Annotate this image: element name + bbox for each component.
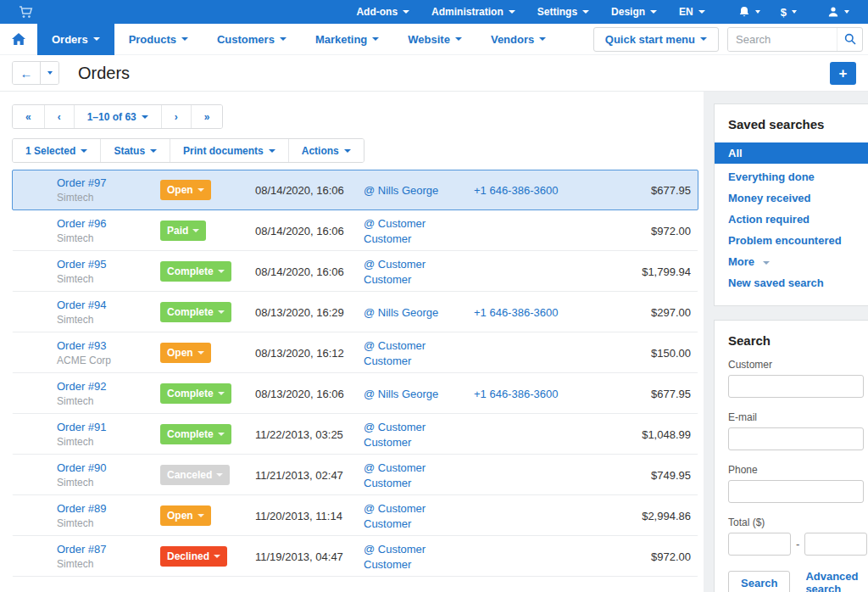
pagination-prev-button[interactable]: ‹	[44, 105, 74, 128]
status-badge[interactable]: Complete	[160, 424, 231, 444]
status-badge-label: Canceled	[167, 469, 212, 481]
phone-field[interactable]	[728, 480, 864, 503]
orders-toolbar: 1 Selected Status Print documents Action…	[12, 138, 698, 163]
actions-label: Actions	[302, 145, 339, 157]
pagination-first-button[interactable]: «	[13, 105, 44, 128]
status-badge[interactable]: Canceled	[160, 465, 230, 485]
order-phone-link[interactable]: +1 646-386-3600	[474, 306, 558, 319]
tab-customers[interactable]: Customers	[203, 24, 301, 55]
add-order-button[interactable]: +	[830, 62, 856, 85]
order-id-link[interactable]: Order #92	[57, 380, 160, 393]
menu-settings[interactable]: Settings	[526, 0, 600, 24]
order-id-link[interactable]: Order #95	[57, 258, 160, 271]
menu-language[interactable]: EN	[668, 0, 716, 24]
saved-search-action-required[interactable]: Action required	[715, 209, 868, 230]
notifications-menu[interactable]	[728, 0, 771, 24]
order-customer-link[interactable]: @ Customer Customer	[364, 339, 426, 367]
table-row[interactable]: Order #94 Simtech Complete 08/13/2020, 1…	[12, 292, 698, 332]
pagination-range-dropdown[interactable]: 1–10 of 63	[74, 105, 161, 128]
table-row[interactable]: Order #96 Simtech Paid 08/14/2020, 16:06…	[12, 210, 698, 251]
tab-vendors[interactable]: Vendors	[476, 24, 560, 55]
selected-dropdown[interactable]: 1 Selected	[13, 139, 100, 162]
table-row[interactable]: Order #97 Simtech Open 08/14/2020, 16:06…	[12, 170, 698, 210]
tab-website[interactable]: Website	[393, 24, 476, 55]
search-input[interactable]	[728, 28, 837, 51]
order-customer-link[interactable]: @ Customer Customer	[364, 421, 426, 449]
table-row[interactable]: Order #87 Simtech Declined 11/19/2013, 0…	[12, 536, 698, 577]
topbar: Add-ons Administration Settings Design E…	[0, 0, 868, 24]
currency-menu[interactable]: $	[771, 0, 807, 24]
saved-search-all[interactable]: All	[715, 142, 868, 164]
back-dropdown-button[interactable]	[40, 62, 58, 84]
quick-start-menu-button[interactable]: Quick start menu	[593, 27, 719, 52]
email-field[interactable]	[728, 427, 864, 450]
actions-dropdown[interactable]: Actions	[288, 139, 364, 162]
advanced-search-link[interactable]: Advanced search	[805, 570, 858, 592]
order-phone-link[interactable]: +1 646-386-3600	[474, 184, 558, 197]
status-badge-label: Open	[167, 184, 193, 196]
status-badge[interactable]: Open	[160, 180, 211, 200]
order-status-cell: Complete	[160, 383, 255, 404]
order-customer-link[interactable]: @ Customer Customer	[364, 461, 426, 489]
menu-design[interactable]: Design	[600, 0, 668, 24]
search-button[interactable]: Search	[728, 571, 790, 592]
user-menu[interactable]	[817, 0, 860, 24]
table-row[interactable]: Order #91 Simtech Complete 11/22/2013, 0…	[12, 414, 698, 455]
order-customer-link[interactable]: @ Customer Customer	[364, 258, 426, 286]
order-date: 08/13/2020, 16:29	[255, 306, 364, 319]
status-badge[interactable]: Paid	[160, 221, 206, 241]
order-id-link[interactable]: Order #87	[57, 543, 160, 556]
search-icon[interactable]	[837, 28, 862, 51]
home-icon[interactable]	[0, 24, 37, 55]
customer-field-label: Customer	[728, 359, 854, 371]
order-total: $677.95	[589, 184, 698, 197]
status-badge[interactable]: Declined	[160, 546, 227, 567]
status-dropdown[interactable]: Status	[100, 139, 170, 162]
order-customer-link[interactable]: @ Customer Customer	[364, 543, 426, 571]
total-max-field[interactable]	[804, 533, 867, 556]
order-customer-link[interactable]: @ Nills George	[364, 306, 438, 319]
new-saved-search-link[interactable]: New saved search	[715, 272, 868, 293]
status-badge[interactable]: Open	[160, 343, 211, 363]
pagination-last-button[interactable]: »	[191, 105, 223, 128]
order-id-link[interactable]: Order #89	[57, 502, 160, 515]
table-row[interactable]: Order #90 Simtech Canceled 11/21/2013, 0…	[12, 455, 698, 495]
table-row[interactable]: Order #95 Simtech Complete 08/14/2020, 1…	[12, 251, 698, 292]
chevron-down-icon	[700, 37, 707, 41]
order-id-link[interactable]: Order #96	[57, 217, 160, 230]
total-min-field[interactable]	[728, 533, 791, 556]
order-id-link[interactable]: Order #91	[57, 421, 160, 433]
order-id-link[interactable]: Order #97	[57, 176, 160, 189]
order-id-link[interactable]: Order #93	[57, 339, 160, 352]
order-customer-link[interactable]: @ Customer Customer	[364, 502, 426, 530]
status-badge[interactable]: Complete	[160, 302, 231, 322]
saved-searches-more-dropdown[interactable]: More	[715, 251, 868, 272]
tab-products[interactable]: Products	[114, 24, 203, 55]
saved-search-money-received[interactable]: Money received	[715, 187, 868, 209]
pagination-next-button[interactable]: ›	[161, 105, 191, 128]
order-id-link[interactable]: Order #94	[57, 299, 160, 311]
status-badge[interactable]: Open	[160, 505, 211, 526]
order-customer-link[interactable]: @ Customer Customer	[364, 217, 426, 245]
menu-label: EN	[679, 6, 693, 18]
tab-marketing[interactable]: Marketing	[301, 24, 393, 55]
tab-orders[interactable]: Orders	[37, 24, 114, 55]
order-phone-link[interactable]: +1 646-386-3600	[474, 388, 558, 400]
print-documents-dropdown[interactable]: Print documents	[170, 139, 288, 162]
back-button[interactable]: ←	[13, 62, 40, 84]
menu-administration[interactable]: Administration	[420, 0, 526, 24]
table-row[interactable]: Order #93 ACME Corp Open 08/13/2020, 16:…	[12, 332, 698, 373]
order-customer-link[interactable]: @ Nills George	[364, 388, 438, 400]
table-row[interactable]: Order #92 Simtech Complete 08/13/2020, 1…	[12, 373, 698, 414]
order-customer-link[interactable]: @ Nills George	[364, 184, 438, 197]
customer-field[interactable]	[728, 375, 864, 398]
order-id-link[interactable]: Order #90	[57, 461, 160, 474]
chevron-down-icon	[142, 115, 148, 119]
cart-icon[interactable]	[19, 6, 33, 19]
status-badge[interactable]: Complete	[160, 261, 231, 282]
status-badge[interactable]: Complete	[160, 383, 231, 404]
saved-search-problem-encountered[interactable]: Problem encountered	[715, 230, 868, 251]
saved-search-everything-done[interactable]: Everything done	[715, 166, 868, 187]
menu-add-ons[interactable]: Add-ons	[345, 0, 420, 24]
table-row[interactable]: Order #89 Simtech Open 11/20/2013, 11:14…	[12, 495, 698, 536]
